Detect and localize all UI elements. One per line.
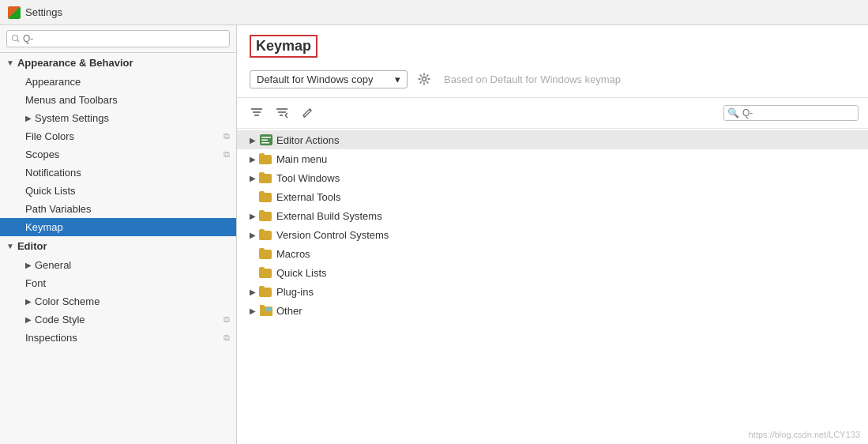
content-header: Keymap Default for Windows copy ▾ Based … bbox=[237, 25, 868, 98]
svg-rect-13 bbox=[261, 142, 269, 144]
tree-label-editor-actions: Editor Actions bbox=[276, 134, 859, 146]
tree-label-plugins: Plug-ins bbox=[276, 286, 859, 298]
sidebar-group-label-editor: Editor bbox=[17, 240, 47, 252]
tree-row-version-control[interactable]: ▶ Version Control Systems bbox=[237, 225, 868, 244]
sidebar-item-label-keymap: Keymap bbox=[25, 221, 63, 233]
sidebar-item-label-font: Font bbox=[25, 277, 46, 289]
tree-row-editor-actions[interactable]: ▶ Editor Actions bbox=[237, 130, 868, 149]
svg-rect-11 bbox=[261, 137, 271, 138]
keymap-dropdown[interactable]: Default for Windows copy ▾ bbox=[250, 70, 408, 88]
sidebar-item-label-code-style: Code Style bbox=[35, 314, 85, 325]
filter-icon-2 bbox=[276, 107, 288, 119]
folder-icon-main-menu bbox=[259, 153, 273, 164]
expand-arrow-code-style: ▶ bbox=[25, 315, 32, 324]
folder-icon-macros bbox=[259, 248, 273, 259]
tree-label-other: Other bbox=[276, 305, 859, 317]
tree-row-main-menu[interactable]: ▶ Main menu bbox=[237, 149, 868, 168]
sidebar-item-label-path-variables: Path Variables bbox=[25, 203, 92, 215]
content-panel: Keymap Default for Windows copy ▾ Based … bbox=[237, 25, 868, 444]
sidebar-item-label-file-colors: File Colors bbox=[25, 130, 74, 142]
sidebar-item-quick-lists[interactable]: Quick Lists bbox=[0, 182, 236, 200]
tree-row-macros[interactable]: Macros bbox=[237, 244, 868, 263]
sidebar-item-label-general: General bbox=[35, 259, 71, 271]
sidebar-item-keymap[interactable]: Keymap bbox=[0, 218, 236, 236]
sidebar-item-file-colors[interactable]: File Colors ⧉ bbox=[0, 127, 236, 145]
expand-arrow-plugins: ▶ bbox=[246, 288, 259, 296]
tree-label-main-menu: Main menu bbox=[276, 153, 859, 165]
sidebar-item-label-appearance: Appearance bbox=[25, 76, 81, 88]
sidebar-group-label-appearance: Appearance & Behavior bbox=[17, 57, 133, 69]
expand-arrow-system-settings: ▶ bbox=[25, 114, 32, 122]
watermark: https://blog.csdn.net/LCY133 bbox=[749, 430, 860, 439]
tree-row-tool-windows[interactable]: ▶ Tool Windows bbox=[237, 168, 868, 187]
folder-icon-plugins bbox=[259, 286, 273, 297]
tree-row-external-build-systems[interactable]: ▶ External Build Systems bbox=[237, 206, 868, 225]
sidebar-item-label-menus: Menus and Toolbars bbox=[25, 94, 118, 106]
sidebar-item-inspections[interactable]: Inspections ⧉ bbox=[0, 329, 236, 347]
svg-line-8 bbox=[285, 115, 287, 118]
sidebar-item-path-variables[interactable]: Path Variables bbox=[0, 200, 236, 218]
tree-row-quick-lists[interactable]: Quick Lists bbox=[237, 263, 868, 282]
content-body: 🔍 ▶ bbox=[237, 98, 868, 444]
edit-button[interactable] bbox=[297, 103, 318, 123]
expand-arrow-main-menu: ▶ bbox=[246, 155, 259, 164]
sidebar-item-color-scheme[interactable]: ▶ Color Scheme bbox=[0, 292, 236, 310]
svg-rect-12 bbox=[261, 140, 268, 141]
copy-icon-file-colors: ⧉ bbox=[224, 131, 230, 141]
expand-arrow-tool-windows: ▶ bbox=[246, 174, 259, 182]
tree-container: ▶ Editor Actions ▶ bbox=[237, 129, 868, 322]
copy-icon-code-style: ⧉ bbox=[224, 314, 230, 325]
sidebar-items: ▼ Appearance & Behavior Appearance Menus… bbox=[0, 53, 236, 444]
keymap-dropdown-value: Default for Windows copy bbox=[257, 73, 373, 85]
folder-icon-tool-windows bbox=[259, 172, 273, 183]
sidebar-item-label-system-settings: System Settings bbox=[35, 112, 109, 124]
collapse-arrow-editor: ▼ bbox=[6, 242, 14, 250]
sidebar-item-system-settings[interactable]: ▶ System Settings bbox=[0, 109, 236, 127]
sidebar-item-menus-toolbars[interactable]: Menus and Toolbars bbox=[0, 91, 236, 109]
title-bar: Settings bbox=[0, 0, 868, 25]
tree-label-macros: Macros bbox=[276, 248, 859, 260]
tree-row-external-tools[interactable]: External Tools bbox=[237, 187, 868, 206]
tree-label-external-build-systems: External Build Systems bbox=[276, 210, 859, 222]
sidebar-group-appearance-behavior[interactable]: ▼ Appearance & Behavior bbox=[0, 53, 236, 73]
folder-icon-external-build-systems bbox=[259, 210, 273, 221]
tree-row-other[interactable]: ▶ Other bbox=[237, 301, 868, 320]
sidebar-item-notifications[interactable]: Notifications bbox=[0, 164, 236, 182]
sidebar-item-label-quick-lists: Quick Lists bbox=[25, 185, 76, 197]
sidebar-search-input[interactable] bbox=[6, 30, 230, 47]
collapse-arrow-appearance: ▼ bbox=[6, 58, 14, 67]
sidebar-item-label-notifications: Notifications bbox=[25, 167, 81, 179]
tree-row-plugins[interactable]: ▶ Plug-ins bbox=[237, 282, 868, 301]
sidebar-item-code-style[interactable]: ▶ Code Style ⧉ bbox=[0, 310, 236, 329]
svg-rect-16 bbox=[266, 307, 271, 311]
tree-label-quick-lists: Quick Lists bbox=[276, 267, 859, 279]
filter-button-2[interactable] bbox=[272, 103, 292, 123]
sidebar-group-editor[interactable]: ▼ Editor bbox=[0, 236, 236, 256]
svg-point-0 bbox=[423, 77, 426, 81]
expand-arrow-other: ▶ bbox=[246, 307, 259, 315]
search-icon: 🔍 bbox=[727, 107, 739, 119]
expand-arrow-general: ▶ bbox=[25, 261, 32, 269]
window-title: Settings bbox=[25, 6, 62, 18]
filter-button-1[interactable] bbox=[246, 103, 267, 123]
tree-label-tool-windows: Tool Windows bbox=[276, 172, 859, 184]
gear-icon bbox=[418, 73, 430, 85]
action-toolbar: 🔍 bbox=[237, 98, 868, 129]
copy-icon-inspections: ⧉ bbox=[224, 333, 230, 343]
search-area: 🔍 bbox=[723, 105, 859, 121]
folder-icon-version-control bbox=[259, 229, 273, 240]
app-icon bbox=[8, 6, 21, 19]
filter-icon-1 bbox=[250, 107, 263, 119]
gear-button[interactable] bbox=[414, 69, 434, 89]
sidebar-item-general[interactable]: ▶ General bbox=[0, 256, 236, 274]
tree-search-input[interactable] bbox=[742, 107, 853, 119]
svg-rect-15 bbox=[260, 305, 265, 308]
sidebar-item-scopes[interactable]: Scopes ⧉ bbox=[0, 145, 236, 164]
tree-label-version-control: Version Control Systems bbox=[276, 229, 859, 241]
sidebar-item-appearance[interactable]: Appearance bbox=[0, 73, 236, 91]
copy-icon-scopes: ⧉ bbox=[224, 149, 230, 160]
keymap-toolbar: Default for Windows copy ▾ Based on Defa… bbox=[250, 69, 855, 89]
other-icon bbox=[259, 305, 273, 316]
sidebar-item-font[interactable]: Font bbox=[0, 274, 236, 292]
svg-line-7 bbox=[285, 113, 287, 115]
